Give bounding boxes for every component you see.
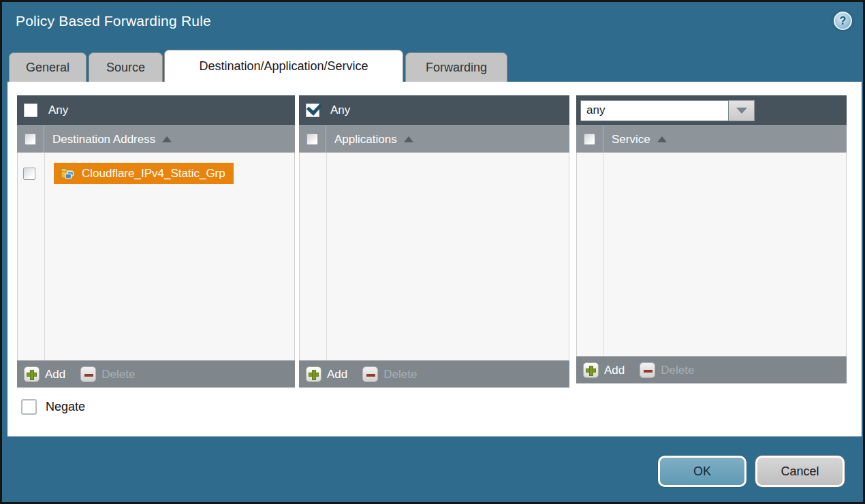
sort-ascending-icon[interactable]: [162, 136, 172, 142]
pbf-rule-dialog: Policy Based Forwarding Rule ? General S…: [0, 0, 865, 504]
address-group-name: Cloudflare_IPv4_Static_Grp: [82, 167, 225, 180]
tab-bar: General Source Destination/Application/S…: [7, 50, 507, 82]
sort-ascending-icon[interactable]: [657, 136, 667, 142]
delete-button-label: Delete: [383, 368, 417, 381]
service-panel: any Service Add Delete: [576, 95, 847, 383]
destination-any-checkbox[interactable]: [24, 104, 37, 117]
service-type-dropdown-button[interactable]: [729, 100, 755, 121]
tab-general[interactable]: General: [9, 52, 86, 82]
tab-content: Any Destination Address: [7, 82, 862, 437]
minus-icon: [80, 366, 96, 382]
negate-checkbox[interactable]: [21, 399, 37, 415]
applications-any-checkbox[interactable]: [306, 104, 319, 117]
destination-footer-bar: Add Delete: [17, 360, 295, 388]
destination-address-column-label[interactable]: Destination Address: [52, 133, 155, 146]
ok-button[interactable]: OK: [658, 456, 746, 487]
destination-address-panel: Any Destination Address: [17, 95, 295, 388]
plus-icon: [24, 366, 40, 382]
dialog-title: Policy Based Forwarding Rule: [16, 13, 211, 29]
service-any-bar: any: [576, 95, 847, 125]
destination-address-header: Destination Address: [17, 125, 295, 153]
applications-column-label[interactable]: Applications: [334, 133, 397, 146]
minus-icon: [362, 366, 378, 382]
delete-button-label: Delete: [101, 368, 135, 381]
service-type-dropdown-value[interactable]: any: [580, 100, 729, 121]
destination-delete-button[interactable]: Delete: [80, 366, 135, 382]
applications-any-bar: Any: [299, 95, 569, 125]
address-group-icon: [61, 168, 76, 180]
service-footer-bar: Add Delete: [576, 356, 847, 383]
negate-row: Negate: [21, 399, 85, 415]
service-select-all-checkbox[interactable]: [584, 133, 595, 145]
applications-list: [299, 153, 569, 360]
applications-footer-bar: Add Delete: [299, 360, 569, 388]
delete-button-label: Delete: [661, 364, 694, 377]
destination-select-all-checkbox[interactable]: [25, 133, 36, 145]
service-list: [576, 153, 847, 356]
destination-any-bar: Any: [17, 95, 295, 125]
service-column-label[interactable]: Service: [612, 133, 650, 146]
service-delete-button[interactable]: Delete: [640, 362, 694, 378]
plus-icon: [583, 362, 599, 378]
sort-ascending-icon[interactable]: [404, 136, 413, 142]
applications-panel: Any Applications Add Delete: [299, 95, 569, 388]
destination-any-label: Any: [48, 104, 68, 117]
plus-icon: [306, 366, 321, 382]
tab-destination-application-service[interactable]: Destination/Application/Service: [164, 50, 403, 82]
service-add-button[interactable]: Add: [583, 362, 625, 378]
row-checkbox[interactable]: [23, 168, 35, 180]
minus-icon: [640, 362, 655, 378]
help-icon[interactable]: ?: [834, 12, 852, 30]
address-group-entry[interactable]: Cloudflare_IPv4_Static_Grp: [54, 163, 234, 184]
tab-source[interactable]: Source: [89, 52, 163, 82]
add-button-label: Add: [327, 368, 347, 381]
service-type-dropdown[interactable]: any: [580, 100, 755, 121]
applications-add-button[interactable]: Add: [306, 366, 347, 382]
service-header: Service: [576, 125, 847, 153]
add-button-label: Add: [604, 364, 625, 377]
add-button-label: Add: [45, 368, 65, 381]
cancel-button[interactable]: Cancel: [755, 456, 845, 487]
destination-address-list: Cloudflare_IPv4_Static_Grp: [17, 153, 295, 360]
applications-select-all-checkbox[interactable]: [306, 133, 318, 145]
tab-forwarding[interactable]: Forwarding: [405, 52, 507, 82]
applications-any-label: Any: [330, 104, 350, 117]
table-row: Cloudflare_IPv4_Static_Grp: [18, 163, 294, 184]
chevron-down-icon: [736, 108, 747, 114]
negate-label: Negate: [46, 400, 85, 414]
applications-header: Applications: [299, 125, 569, 153]
applications-delete-button[interactable]: Delete: [362, 366, 417, 382]
destination-add-button[interactable]: Add: [24, 366, 65, 382]
